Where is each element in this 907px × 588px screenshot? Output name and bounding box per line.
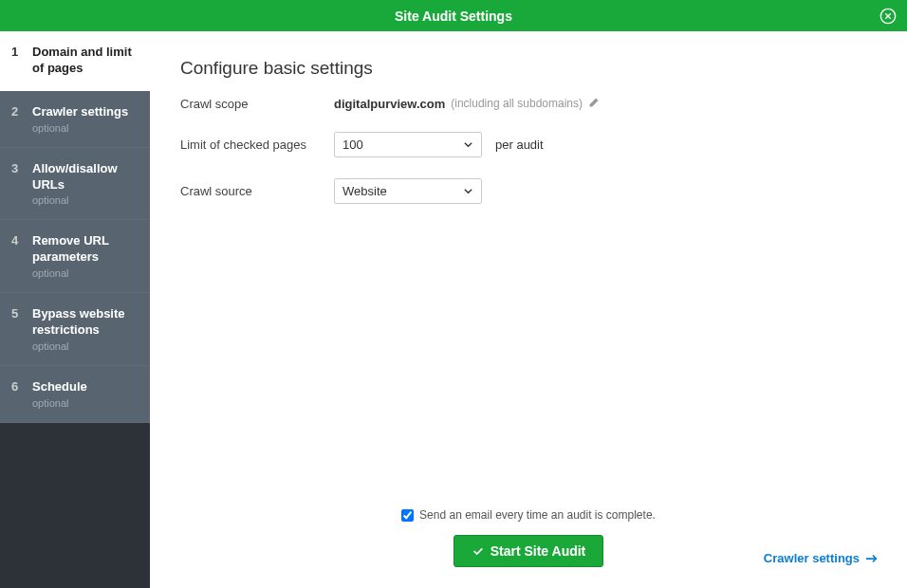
chevron-down-icon	[463, 186, 473, 196]
edit-scope-button[interactable]	[588, 96, 601, 111]
sidebar-item-schedule[interactable]: 6 Schedule optional	[0, 366, 150, 423]
modal-footer: Send an email every time an audit is com…	[150, 495, 907, 588]
modal-body: 1 Domain and limit of pages 2 Crawler se…	[0, 31, 907, 588]
sidebar-item-label: Crawler settings	[32, 104, 128, 120]
crawl-source-select[interactable]: Website	[334, 178, 482, 204]
next-link-label: Crawler settings	[764, 551, 860, 565]
sidebar-item-label: Bypass website restrictions	[32, 306, 140, 339]
settings-sidebar: 1 Domain and limit of pages 2 Crawler se…	[0, 31, 150, 588]
limit-pages-row: Limit of checked pages 100 per audit	[180, 132, 877, 157]
sidebar-item-optional: optional	[32, 267, 140, 279]
sidebar-item-optional: optional	[32, 340, 140, 352]
sidebar-item-label: Remove URL parameters	[32, 233, 140, 266]
sidebar-item-bypass-restrictions[interactable]: 5 Bypass website restrictions optional	[0, 293, 150, 366]
limit-pages-select[interactable]: 100	[334, 132, 482, 157]
sidebar-item-optional: optional	[32, 194, 140, 206]
sidebar-step-number: 1	[11, 45, 21, 77]
crawler-settings-link[interactable]: Crawler settings	[764, 551, 879, 565]
crawl-scope-note: (including all subdomains)	[451, 97, 583, 110]
email-notify-label: Send an email every time an audit is com…	[419, 508, 656, 522]
page-heading: Configure basic settings	[180, 58, 877, 79]
sidebar-step-number: 4	[11, 233, 21, 279]
limit-pages-label: Limit of checked pages	[180, 138, 334, 152]
sidebar-item-crawler-settings[interactable]: 2 Crawler settings optional	[0, 91, 150, 148]
sidebar-step-number: 5	[11, 306, 21, 352]
sidebar-item-optional: optional	[32, 397, 87, 409]
settings-modal: Site Audit Settings 1 Domain and limit o…	[0, 0, 907, 588]
sidebar-item-label: Domain and limit of pages	[32, 45, 140, 77]
arrow-right-icon	[865, 553, 879, 564]
crawl-scope-label: Crawl scope	[180, 97, 334, 111]
sidebar-item-allow-disallow[interactable]: 3 Allow/disallow URLs optional	[0, 148, 150, 221]
pencil-icon	[588, 96, 601, 108]
sidebar-step-number: 3	[11, 161, 21, 207]
start-button-label: Start Site Audit	[491, 543, 586, 559]
sidebar-item-label: Schedule	[32, 379, 87, 395]
close-icon	[879, 8, 897, 25]
crawl-source-row: Crawl source Website	[180, 178, 877, 204]
limit-pages-suffix: per audit	[495, 138, 544, 152]
crawl-scope-domain: digitalpurview.com	[334, 97, 445, 111]
chevron-down-icon	[463, 139, 473, 150]
main-panel: Configure basic settings Crawl scope dig…	[150, 31, 907, 588]
crawl-scope-row: Crawl scope digitalpurview.com (includin…	[180, 96, 877, 111]
close-button[interactable]	[879, 7, 898, 26]
crawl-source-label: Crawl source	[180, 184, 334, 198]
modal-header: Site Audit Settings	[0, 0, 907, 31]
crawl-source-value: Website	[342, 184, 387, 198]
sidebar-step-number: 2	[11, 104, 21, 134]
email-notify-checkbox[interactable]	[401, 509, 414, 522]
sidebar-item-optional: optional	[32, 122, 128, 134]
sidebar-step-number: 6	[11, 379, 21, 409]
modal-title: Site Audit Settings	[395, 9, 512, 24]
sidebar-item-remove-url-params[interactable]: 4 Remove URL parameters optional	[0, 220, 150, 293]
sidebar-item-domain-limit[interactable]: 1 Domain and limit of pages	[0, 31, 150, 91]
sidebar-item-label: Allow/disallow URLs	[32, 161, 140, 193]
check-icon	[472, 544, 485, 558]
start-site-audit-button[interactable]: Start Site Audit	[454, 535, 604, 567]
email-notify-row: Send an email every time an audit is com…	[178, 508, 879, 522]
limit-pages-value: 100	[342, 138, 363, 152]
